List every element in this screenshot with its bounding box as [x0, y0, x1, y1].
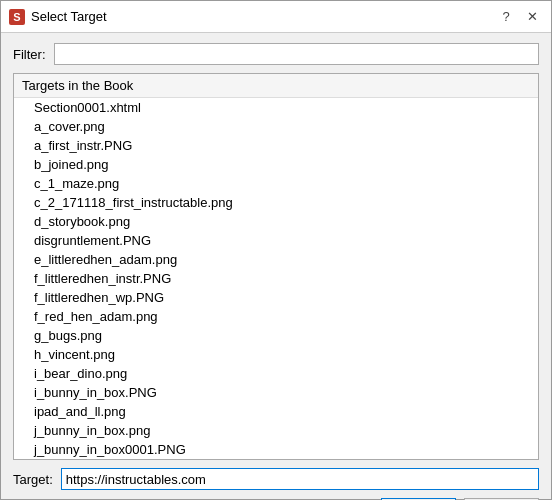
list-item[interactable]: i_bear_dino.png	[14, 364, 538, 383]
list-item[interactable]: d_storybook.png	[14, 212, 538, 231]
dialog: S Select Target ? ✕ Filter: Targets in t…	[0, 0, 552, 500]
filter-input[interactable]	[54, 43, 540, 65]
list-item[interactable]: e_littleredhen_adam.png	[14, 250, 538, 269]
list-item[interactable]: disgruntlement.PNG	[14, 231, 538, 250]
target-input[interactable]	[61, 468, 539, 490]
list-item[interactable]: Section0001.xhtml	[14, 98, 538, 117]
list-container: Targets in the Book Section0001.xhtmla_c…	[13, 73, 539, 460]
list-item[interactable]: i_bunny_in_box.PNG	[14, 383, 538, 402]
list-scroll[interactable]: Section0001.xhtmla_cover.pnga_first_inst…	[14, 98, 538, 459]
list-item[interactable]: c_2_171118_first_instructable.png	[14, 193, 538, 212]
title-bar: S Select Target ? ✕	[1, 1, 551, 33]
title-bar-left: S Select Target	[9, 9, 107, 25]
list-item[interactable]: h_vincent.png	[14, 345, 538, 364]
list-item[interactable]: f_red_hen_adam.png	[14, 307, 538, 326]
list-item[interactable]: ipad_and_ll.png	[14, 402, 538, 421]
filter-row: Filter:	[13, 43, 539, 65]
list-item[interactable]: f_littleredhen_wp.PNG	[14, 288, 538, 307]
list-item[interactable]: j_bunny_in_box0001.PNG	[14, 440, 538, 459]
list-item[interactable]: c_1_maze.png	[14, 174, 538, 193]
target-row: Target:	[13, 468, 539, 490]
list-item[interactable]: a_first_instr.PNG	[14, 136, 538, 155]
filter-label: Filter:	[13, 47, 46, 62]
dialog-title: Select Target	[31, 9, 107, 24]
list-item[interactable]: j_bunny_in_box.png	[14, 421, 538, 440]
list-item[interactable]: f_littleredhen_instr.PNG	[14, 269, 538, 288]
list-header: Targets in the Book	[14, 74, 538, 98]
target-label: Target:	[13, 472, 53, 487]
list-item[interactable]: b_joined.png	[14, 155, 538, 174]
list-item[interactable]: a_cover.png	[14, 117, 538, 136]
app-icon: S	[9, 9, 25, 25]
title-bar-controls: ? ✕	[495, 6, 543, 28]
close-button[interactable]: ✕	[521, 6, 543, 28]
help-button[interactable]: ?	[495, 6, 517, 28]
list-item[interactable]: g_bugs.png	[14, 326, 538, 345]
dialog-body: Filter: Targets in the Book Section0001.…	[1, 33, 551, 500]
